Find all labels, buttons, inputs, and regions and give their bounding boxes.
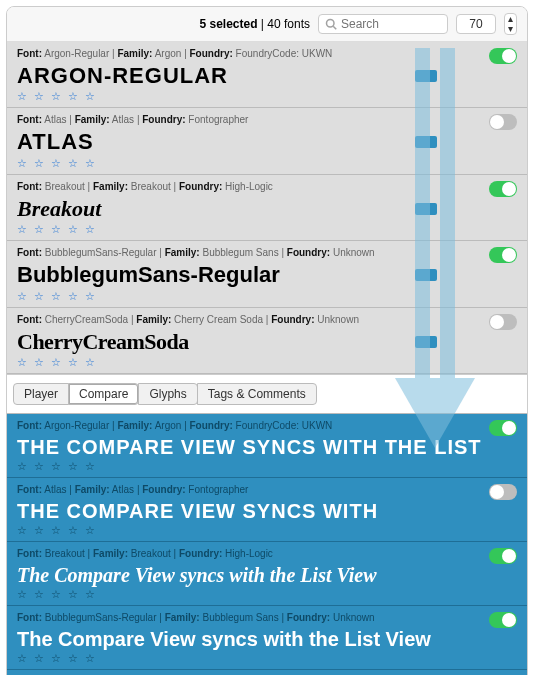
enable-toggle[interactable] bbox=[489, 484, 517, 500]
search-input[interactable] bbox=[341, 17, 441, 31]
tab-compare[interactable]: Compare bbox=[68, 383, 139, 405]
search-icon bbox=[325, 18, 337, 30]
font-row[interactable]: Font: Breakout | Family: Breakout | Foun… bbox=[7, 175, 527, 241]
slider-knob[interactable] bbox=[415, 203, 437, 215]
compare-sample: THE COMPARE VIEW SYNCS WITH THE LIST bbox=[17, 435, 517, 459]
font-row[interactable]: Font: CherryCreamSoda | Family: Cherry C… bbox=[7, 308, 527, 374]
font-sample: ARGON-REGULAR bbox=[17, 63, 517, 89]
compare-row[interactable]: Font: CherryCreamSoda | Family: Cherry C… bbox=[7, 670, 527, 675]
compare-sample: The Compare View syncs with the List Vie… bbox=[17, 627, 517, 651]
svg-line-1 bbox=[333, 26, 336, 29]
enable-toggle[interactable] bbox=[489, 420, 517, 436]
font-sample: BubblegumSans-Regular bbox=[17, 262, 517, 288]
rating-stars[interactable]: ☆ ☆ ☆ ☆ ☆ bbox=[17, 588, 517, 601]
app-window: 5 selected | 40 fonts 70 ▴▾ Font: Argon-… bbox=[6, 6, 528, 675]
selected-count: 5 selected bbox=[199, 17, 257, 31]
compare-row[interactable]: Font: BubblegumSans-Regular | Family: Bu… bbox=[7, 606, 527, 670]
compare-sample: THE COMPARE VIEW SYNCS WITH bbox=[17, 499, 517, 523]
slider-knob[interactable] bbox=[415, 136, 437, 148]
font-list: Font: Argon-Regular | Family: Argon | Fo… bbox=[7, 42, 527, 374]
compare-sample: The Compare View syncs with the List Vie… bbox=[17, 563, 517, 587]
enable-toggle[interactable] bbox=[489, 48, 517, 64]
rating-stars[interactable]: ☆ ☆ ☆ ☆ ☆ bbox=[17, 157, 517, 170]
font-meta: Font: CherryCreamSoda | Family: Cherry C… bbox=[17, 313, 517, 327]
search-box[interactable] bbox=[318, 14, 448, 34]
enable-toggle[interactable] bbox=[489, 247, 517, 263]
rating-stars[interactable]: ☆ ☆ ☆ ☆ ☆ bbox=[17, 90, 517, 103]
selection-status: 5 selected | 40 fonts bbox=[199, 17, 310, 31]
font-size-input[interactable]: 70 bbox=[456, 14, 496, 34]
rating-stars[interactable]: ☆ ☆ ☆ ☆ ☆ bbox=[17, 290, 517, 303]
font-meta: Font: Atlas | Family: Atlas | Foundry: F… bbox=[17, 483, 517, 497]
font-meta: Font: BubblegumSans-Regular | Family: Bu… bbox=[17, 611, 517, 625]
tab-tags[interactable]: Tags & Comments bbox=[197, 383, 317, 405]
font-meta: Font: Breakout | Family: Breakout | Foun… bbox=[17, 547, 517, 561]
compare-list: Font: Argon-Regular | Family: Argon | Fo… bbox=[7, 414, 527, 675]
enable-toggle[interactable] bbox=[489, 314, 517, 330]
font-row[interactable]: Font: Argon-Regular | Family: Argon | Fo… bbox=[7, 42, 527, 108]
font-sample: Breakout bbox=[17, 196, 517, 222]
slider-knob[interactable] bbox=[415, 336, 437, 348]
rating-stars[interactable]: ☆ ☆ ☆ ☆ ☆ bbox=[17, 524, 517, 537]
font-row[interactable]: Font: Atlas | Family: Atlas | Foundry: F… bbox=[7, 108, 527, 174]
compare-row[interactable]: Font: Breakout | Family: Breakout | Foun… bbox=[7, 542, 527, 606]
font-meta: Font: Breakout | Family: Breakout | Foun… bbox=[17, 180, 517, 194]
enable-toggle[interactable] bbox=[489, 548, 517, 564]
tab-player[interactable]: Player bbox=[13, 383, 69, 405]
svg-point-0 bbox=[327, 20, 335, 28]
font-meta: Font: Argon-Regular | Family: Argon | Fo… bbox=[17, 419, 517, 433]
font-size-stepper[interactable]: ▴▾ bbox=[504, 13, 517, 35]
rating-stars[interactable]: ☆ ☆ ☆ ☆ ☆ bbox=[17, 356, 517, 369]
font-sample: ATLAS bbox=[17, 129, 517, 155]
enable-toggle[interactable] bbox=[489, 181, 517, 197]
rating-stars[interactable]: ☆ ☆ ☆ ☆ ☆ bbox=[17, 460, 517, 473]
rating-stars[interactable]: ☆ ☆ ☆ ☆ ☆ bbox=[17, 223, 517, 236]
total-fonts: 40 fonts bbox=[267, 17, 310, 31]
rating-stars[interactable]: ☆ ☆ ☆ ☆ ☆ bbox=[17, 652, 517, 665]
font-row[interactable]: Font: BubblegumSans-Regular | Family: Bu… bbox=[7, 241, 527, 307]
view-tabs: Player Compare Glyphs Tags & Comments bbox=[7, 374, 527, 414]
top-toolbar: 5 selected | 40 fonts 70 ▴▾ bbox=[7, 7, 527, 42]
slider-knob[interactable] bbox=[415, 269, 437, 281]
font-meta: Font: Atlas | Family: Atlas | Foundry: F… bbox=[17, 113, 517, 127]
font-meta: Font: BubblegumSans-Regular | Family: Bu… bbox=[17, 246, 517, 260]
compare-row[interactable]: Font: Argon-Regular | Family: Argon | Fo… bbox=[7, 414, 527, 478]
compare-row[interactable]: Font: Atlas | Family: Atlas | Foundry: F… bbox=[7, 478, 527, 542]
enable-toggle[interactable] bbox=[489, 114, 517, 130]
enable-toggle[interactable] bbox=[489, 612, 517, 628]
font-meta: Font: Argon-Regular | Family: Argon | Fo… bbox=[17, 47, 517, 61]
font-sample: CherryCreamSoda bbox=[17, 329, 517, 355]
slider-knob[interactable] bbox=[415, 70, 437, 82]
tab-glyphs[interactable]: Glyphs bbox=[138, 383, 197, 405]
